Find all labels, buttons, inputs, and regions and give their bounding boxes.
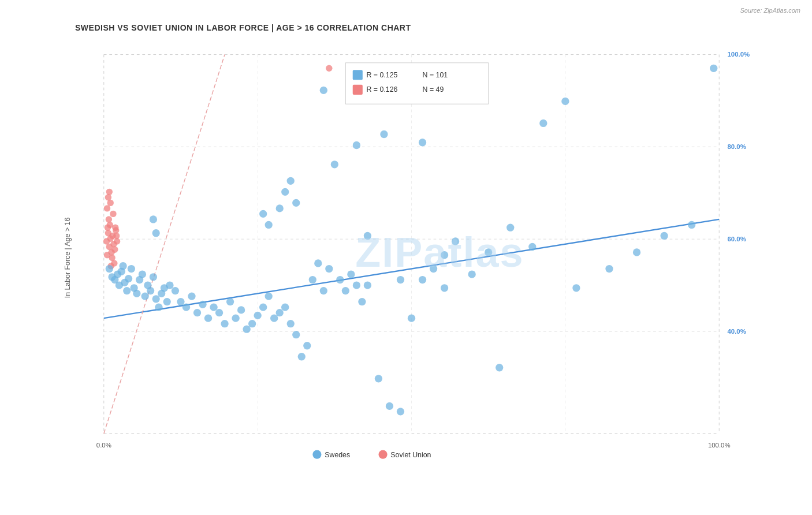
svg-text:40.0%: 40.0% — [728, 328, 746, 335]
svg-point-59 — [123, 287, 131, 294]
source-text: Source: ZipAtlas.com — [740, 7, 800, 14]
svg-point-93 — [254, 312, 261, 319]
svg-point-92 — [248, 320, 256, 327]
svg-rect-19 — [345, 63, 488, 104]
svg-point-90 — [237, 306, 245, 314]
svg-point-38 — [106, 216, 112, 222]
svg-point-145 — [660, 232, 668, 240]
svg-point-84 — [204, 314, 212, 322]
svg-point-78 — [172, 287, 179, 294]
svg-point-124 — [364, 232, 371, 240]
svg-text:100.0%: 100.0% — [708, 442, 731, 449]
svg-point-129 — [430, 265, 437, 273]
svg-point-114 — [353, 141, 360, 149]
chart-area: ZIPatlas In Labor Force | Age > 16 100.0… — [46, 38, 766, 467]
svg-point-89 — [232, 314, 239, 322]
svg-point-44 — [112, 224, 118, 230]
svg-point-103 — [276, 309, 284, 316]
svg-point-136 — [485, 248, 492, 256]
svg-point-83 — [199, 301, 206, 308]
svg-point-111 — [320, 287, 327, 294]
svg-point-104 — [281, 303, 289, 311]
svg-point-140 — [561, 98, 569, 105]
scatter-plot: In Labor Force | Age > 16 100.0% 80.0% 6… — [46, 38, 766, 467]
svg-point-143 — [605, 265, 613, 273]
svg-point-128 — [419, 276, 426, 283]
svg-point-51 — [106, 265, 113, 273]
svg-text:R = 0.126: R = 0.126 — [367, 85, 398, 94]
svg-point-122 — [375, 375, 382, 382]
svg-point-70 — [152, 295, 160, 303]
legend-soviet-label: Soviet Union — [390, 451, 431, 459]
svg-point-66 — [141, 292, 148, 300]
svg-point-85 — [210, 303, 217, 311]
chart-container: SWEDISH VS SOVIET UNION IN LABOR FORCE |… — [0, 0, 812, 515]
svg-point-110 — [314, 259, 322, 267]
legend-swedes-label: Swedes — [325, 451, 350, 459]
svg-point-49 — [104, 205, 110, 211]
svg-point-71 — [155, 303, 162, 311]
svg-text:N =  49: N = 49 — [423, 85, 444, 94]
svg-point-97 — [281, 188, 289, 196]
svg-point-130 — [441, 251, 448, 259]
svg-point-74 — [163, 298, 171, 305]
svg-point-107 — [298, 353, 306, 360]
svg-point-96 — [276, 204, 284, 212]
svg-rect-149 — [378, 450, 387, 458]
svg-point-81 — [188, 292, 195, 300]
svg-point-137 — [506, 224, 514, 232]
svg-point-101 — [265, 292, 273, 300]
svg-point-82 — [193, 309, 201, 316]
svg-point-34 — [111, 247, 118, 253]
svg-point-139 — [539, 120, 547, 127]
svg-point-141 — [572, 284, 580, 292]
svg-point-127 — [408, 314, 415, 322]
svg-point-133 — [441, 284, 448, 292]
svg-point-115 — [320, 87, 327, 94]
svg-point-48 — [107, 200, 114, 206]
svg-point-146 — [688, 221, 695, 229]
svg-point-132 — [419, 139, 426, 146]
svg-rect-23 — [353, 85, 363, 95]
svg-point-100 — [259, 303, 267, 311]
svg-point-120 — [358, 298, 366, 305]
svg-point-98 — [287, 177, 295, 185]
svg-point-86 — [215, 309, 223, 316]
svg-point-147 — [710, 65, 717, 72]
svg-point-88 — [226, 298, 234, 305]
svg-point-42 — [110, 211, 116, 217]
svg-point-121 — [364, 281, 371, 289]
svg-point-113 — [331, 161, 338, 168]
svg-point-106 — [292, 331, 300, 338]
svg-text:0.0%: 0.0% — [96, 442, 111, 449]
svg-point-105 — [287, 320, 295, 327]
svg-point-102 — [270, 314, 278, 322]
svg-point-65 — [139, 270, 146, 278]
svg-rect-148 — [312, 450, 321, 458]
svg-point-60 — [125, 275, 132, 282]
svg-point-91 — [243, 326, 250, 333]
svg-point-118 — [347, 270, 355, 278]
svg-line-18 — [104, 55, 225, 434]
svg-point-80 — [182, 303, 190, 311]
svg-point-43 — [111, 260, 117, 266]
svg-point-117 — [342, 287, 349, 294]
svg-text:N = 101: N = 101 — [423, 71, 448, 79]
svg-point-109 — [309, 276, 316, 283]
svg-point-135 — [468, 270, 475, 278]
svg-text:R = 0.125: R = 0.125 — [367, 71, 398, 79]
svg-point-131 — [452, 237, 459, 245]
svg-point-87 — [221, 320, 228, 327]
svg-text:In Labor Force | Age > 16: In Labor Force | Age > 16 — [64, 218, 72, 298]
svg-point-126 — [397, 276, 404, 283]
svg-point-116 — [336, 276, 344, 283]
svg-point-63 — [133, 290, 140, 297]
svg-point-61 — [128, 265, 135, 273]
svg-text:60.0%: 60.0% — [728, 236, 746, 242]
svg-point-99 — [292, 199, 300, 207]
svg-point-119 — [353, 281, 360, 289]
svg-point-144 — [633, 248, 640, 256]
svg-point-77 — [152, 229, 160, 237]
svg-rect-20 — [353, 70, 363, 80]
svg-point-76 — [150, 215, 157, 223]
